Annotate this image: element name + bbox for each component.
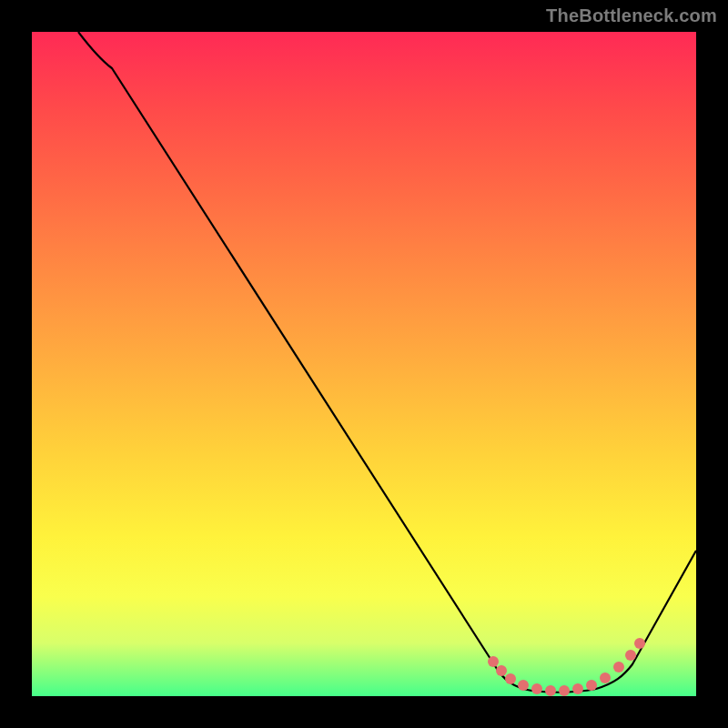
svg-point-3 — [518, 680, 529, 691]
svg-point-10 — [613, 662, 624, 672]
bottleneck-curve — [78, 32, 696, 693]
svg-point-11 — [625, 650, 636, 661]
svg-point-9 — [600, 672, 611, 683]
chart-svg — [32, 32, 696, 696]
optimal-region-dots — [488, 638, 645, 696]
svg-point-0 — [488, 656, 499, 667]
svg-point-12 — [634, 638, 645, 649]
svg-point-1 — [496, 665, 507, 676]
svg-point-5 — [545, 685, 556, 696]
svg-point-6 — [559, 685, 570, 696]
svg-point-2 — [505, 673, 516, 684]
plot-area — [32, 32, 696, 696]
svg-point-7 — [572, 683, 583, 694]
chart-frame: TheBottleneck.com — [0, 0, 728, 728]
svg-point-8 — [586, 680, 597, 691]
watermark-text: TheBottleneck.com — [546, 5, 717, 26]
svg-point-4 — [531, 683, 542, 694]
